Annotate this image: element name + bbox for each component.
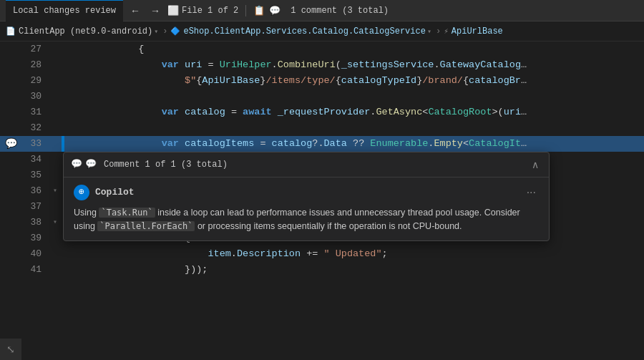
line-num-28: 28 xyxy=(21,57,49,73)
gutter-35 xyxy=(0,167,21,183)
gutter-34 xyxy=(0,152,21,167)
indicator-35 xyxy=(49,167,62,183)
code-40: item.Description += " Updated"; xyxy=(64,246,644,262)
comment-menu-button[interactable]: ··· xyxy=(524,186,539,199)
nav-forward-button[interactable]: → xyxy=(147,4,163,18)
code-line-28: 28 var uri = UriHelper.CombineUri(_setti… xyxy=(0,57,644,73)
line-num-27: 27 xyxy=(21,42,49,57)
comment-popup-close[interactable]: ∧ xyxy=(529,157,542,172)
comment-text: Using `Task.Run` inside a loop can lead … xyxy=(74,206,539,233)
nav-back-button[interactable]: ← xyxy=(127,4,143,18)
breadcrumb-method-icon: ⚡ xyxy=(444,26,449,36)
breadcrumb-class-icon: 🔷 xyxy=(170,26,180,36)
code-line-31: 31 var catalog = await _requestProvider.… xyxy=(0,104,644,120)
gutter-33[interactable]: 💬 xyxy=(0,136,21,152)
line-num-36: 36 xyxy=(21,183,49,199)
line-num-41: 41 xyxy=(21,262,49,278)
comment-body: ⊕ Copilot ··· Using `Task.Run` inside a … xyxy=(64,177,549,240)
indicator-32 xyxy=(49,120,62,136)
gutter-28 xyxy=(0,57,21,73)
nav-arrow-icon: ⤡ xyxy=(6,344,15,356)
line-num-31: 31 xyxy=(21,104,49,120)
indicator-28 xyxy=(49,57,62,73)
breadcrumb-method[interactable]: ApiUrlBase xyxy=(450,26,504,37)
comment-nav-icon2: 💬 xyxy=(85,157,97,172)
code-line-40: 40 item.Description += " Updated"; xyxy=(0,246,644,262)
indicator-34 xyxy=(49,152,62,167)
breadcrumb-sep2: › xyxy=(436,26,441,37)
code-line-41: 41 })); xyxy=(0,262,644,278)
bottom-nav-icon[interactable]: ⤡ xyxy=(0,339,21,360)
indicator-29 xyxy=(49,73,62,89)
code-31: var catalog = await _requestProvider.Get… xyxy=(64,104,644,120)
tab-label: Local changes review xyxy=(13,6,116,16)
local-changes-tab[interactable]: Local changes review xyxy=(6,0,123,21)
indicator-40 xyxy=(49,246,62,262)
separator xyxy=(245,5,246,16)
code-29: $"{ApiUrlBase}/items/type/{catalogTypeId… xyxy=(64,73,644,89)
copilot-avatar: ⊕ xyxy=(74,185,89,200)
line-num-40: 40 xyxy=(21,246,49,262)
line-num-39: 39 xyxy=(21,230,49,246)
indicator-39 xyxy=(49,230,62,246)
breadcrumb-class[interactable]: eShop.ClientApp.Services.Catalog.Catalog… xyxy=(182,26,433,37)
gutter-29 xyxy=(0,73,21,89)
code-line-33: 💬 33 var catalogItems = catalog?.Data ??… xyxy=(0,136,644,152)
comment-info: 1 comment (3 total) xyxy=(291,6,389,16)
indicator-30 xyxy=(49,89,62,104)
code-line-30: 30 xyxy=(0,89,644,104)
comment-author-name: Copilot xyxy=(95,185,135,200)
gutter-31 xyxy=(0,104,21,120)
copy-icon: 📋 xyxy=(253,5,265,16)
indicator-27 xyxy=(49,42,62,57)
comment-toolbar-icon: 💬 xyxy=(269,5,280,16)
code-41: })); xyxy=(64,262,644,278)
code-33: var catalogItems = catalog?.Data ?? Enum… xyxy=(64,136,644,152)
line-num-35: 35 xyxy=(21,167,49,183)
toolbar: Local changes review ← → ⬜ File 1 of 2 📋… xyxy=(0,0,644,21)
code-line-29: 29 $"{ApiUrlBase}/items/type/{catalogTyp… xyxy=(0,73,644,89)
code-line-27: 27 { xyxy=(0,42,644,57)
breadcrumb-file-icon: 📄 xyxy=(6,26,16,36)
breadcrumb-project[interactable]: ClientApp (net9.0-android) ▾ xyxy=(17,26,160,37)
comment-author-row: ⊕ Copilot ··· xyxy=(74,185,539,200)
code-27: { xyxy=(64,42,644,57)
gutter-39 xyxy=(0,230,21,246)
line-num-33: 33 xyxy=(21,136,49,152)
breadcrumb-sep1: › xyxy=(162,26,167,37)
code-28: var uri = UriHelper.CombineUri(_settings… xyxy=(64,57,644,73)
gutter-38 xyxy=(0,215,21,230)
comment-count-label: Comment 1 of 1 (3 total) xyxy=(101,157,525,172)
file-info: ⬜ File 1 of 2 xyxy=(167,5,238,16)
gutter-32 xyxy=(0,120,21,136)
gutter-37 xyxy=(0,199,21,215)
indicator-37 xyxy=(49,199,62,215)
line-num-30: 30 xyxy=(21,89,49,104)
gutter-36 xyxy=(0,183,21,199)
line-num-29: 29 xyxy=(21,73,49,89)
line-num-38: 38 xyxy=(21,215,49,230)
line-num-37: 37 xyxy=(21,199,49,215)
indicator-41 xyxy=(49,262,62,278)
comment-nav-icon1: 💬 xyxy=(71,157,82,172)
code-editor[interactable]: 27 { 28 var uri = UriHelper.CombineUri(_… xyxy=(0,42,644,360)
indicator-38: ▾ xyxy=(49,215,62,230)
gutter-30 xyxy=(0,89,21,104)
indicator-31 xyxy=(49,104,62,120)
comment-popup-header: 💬 💬 Comment 1 of 1 (3 total) ∧ xyxy=(64,152,549,177)
code-container: 27 { 28 var uri = UriHelper.CombineUri(_… xyxy=(0,42,644,360)
gutter-40 xyxy=(0,246,21,262)
code-30 xyxy=(64,89,644,104)
line-num-34: 34 xyxy=(21,152,49,167)
gutter-41 xyxy=(0,262,21,278)
comment-popup: 💬 💬 Comment 1 of 1 (3 total) ∧ ⊕ Copilot… xyxy=(63,152,550,241)
comment-nav: 💬 💬 xyxy=(71,157,97,172)
indicator-36: ▾ xyxy=(49,183,62,199)
gutter-27 xyxy=(0,42,21,57)
line-num-32: 32 xyxy=(21,120,49,136)
code-line-32: 32 xyxy=(0,120,644,136)
code-32 xyxy=(64,120,644,136)
indicator-33 xyxy=(49,136,62,152)
breadcrumb: 📄 ClientApp (net9.0-android) ▾ › 🔷 eShop… xyxy=(0,21,644,42)
